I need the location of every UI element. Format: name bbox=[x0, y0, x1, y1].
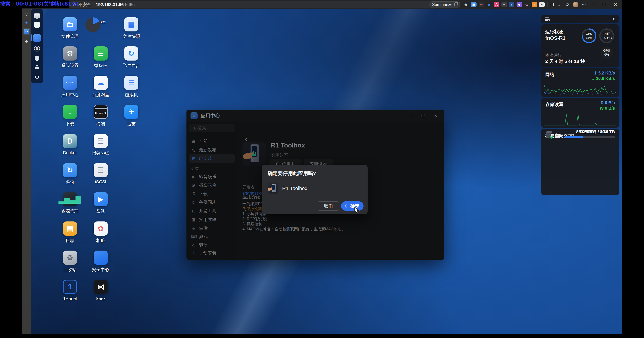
sidebar-item[interactable]: ⌨游戏 bbox=[189, 232, 235, 241]
sidebar-item[interactable]: ↻备份同步 bbox=[189, 198, 235, 207]
window-maximize-button[interactable] bbox=[418, 113, 428, 118]
transfer-status-icon[interactable]: ⇅ bbox=[34, 46, 40, 52]
app-tile-icon[interactable]: ▤ bbox=[63, 222, 77, 236]
volume-row[interactable]: 存储空间3 5.27 TB / 14.41 TB bbox=[545, 129, 615, 144]
desktop-app[interactable]: ↻ 备份 bbox=[55, 163, 85, 185]
sidebar-item[interactable]: ▦全部 bbox=[189, 137, 235, 146]
desktop-app[interactable]: ▤ 文件快照 bbox=[116, 17, 146, 39]
collections-icon[interactable]: ☆ bbox=[556, 2, 562, 7]
app-tile-icon[interactable]: 1 bbox=[63, 280, 77, 294]
app-tile-icon[interactable]: ▶ bbox=[94, 192, 108, 206]
dock-app-center-active[interactable] bbox=[33, 34, 41, 42]
app-tile-icon[interactable]: STORE bbox=[63, 76, 77, 90]
new-tab-button[interactable]: + bbox=[25, 39, 28, 44]
extension-icon[interactable]: ω bbox=[524, 2, 530, 7]
app-tile-icon[interactable]: ✿ bbox=[94, 222, 108, 236]
desktop-view-icon[interactable] bbox=[34, 14, 40, 18]
widget-filter-icon[interactable] bbox=[545, 18, 549, 21]
active-tab-fnos[interactable] bbox=[23, 28, 30, 35]
favorites-star-icon[interactable]: ★ bbox=[463, 2, 468, 7]
collapse-tabs-icon[interactable]: ∨ bbox=[25, 12, 28, 17]
cancel-button[interactable]: 取消 bbox=[318, 201, 339, 211]
desktop-app[interactable]: ✿ 相册 bbox=[86, 222, 116, 244]
app-tile-icon[interactable]: ↻ bbox=[63, 163, 77, 177]
history-icon[interactable]: ↺ bbox=[564, 2, 570, 7]
desktop-app[interactable]: FntermX 终端 bbox=[86, 105, 116, 127]
extension-icon[interactable]: ▣ bbox=[471, 2, 476, 7]
address-bar[interactable]: ⚠ 不安全 192.168.31.96 :5666 bbox=[68, 1, 435, 8]
desktop-app[interactable]: STORE 应用中心 bbox=[55, 76, 85, 98]
desktop-app[interactable]: ⋈ Seek bbox=[86, 280, 116, 301]
collapse-panel-icon[interactable]: « bbox=[611, 18, 616, 20]
extension-icon[interactable]: ◆ bbox=[486, 2, 492, 7]
extension-icon[interactable]: ● bbox=[532, 2, 537, 7]
app-tile-icon[interactable] bbox=[86, 17, 100, 32]
app-tile-icon[interactable]: ▤ bbox=[124, 17, 138, 32]
desktop-app[interactable]: 🗀 文件管理 bbox=[55, 17, 85, 39]
window-close-button[interactable]: ✕ bbox=[431, 113, 440, 118]
desktop-app[interactable]: ▶ 影视 bbox=[86, 192, 116, 214]
desktop-app[interactable]: ♻ 回收站 bbox=[55, 250, 85, 272]
extension-icon[interactable]: ∞ bbox=[502, 2, 507, 7]
search-input[interactable] bbox=[197, 125, 231, 131]
app-tile-icon[interactable]: ☁ bbox=[94, 76, 108, 90]
sidebar-item-manual-install[interactable]: ↥手动安装 bbox=[189, 249, 235, 257]
desktop-app[interactable]: Fluxor bbox=[86, 17, 116, 24]
desktop-app[interactable]: 1 1Panel bbox=[55, 280, 85, 301]
browser-close-button[interactable]: ✕ bbox=[611, 2, 620, 8]
confirm-button[interactable]: 确定 bbox=[341, 201, 364, 211]
desktop-app[interactable]: ↻ 飞牛同步 bbox=[116, 46, 146, 68]
app-tile-icon[interactable]: ↻ bbox=[124, 46, 138, 60]
desktop-app[interactable]: ▤ 日志 bbox=[55, 222, 85, 244]
app-tile-icon[interactable]: ☰ bbox=[94, 46, 108, 60]
app-grid-icon[interactable] bbox=[34, 22, 40, 28]
window-titlebar[interactable]: STORE 应用中心 – ✕ bbox=[186, 110, 444, 122]
desktop-app[interactable]: 安全中心 bbox=[86, 250, 116, 272]
app-tile-icon[interactable]: D bbox=[63, 134, 77, 148]
notifications-bell-icon[interactable] bbox=[35, 56, 39, 60]
desktop-app[interactable]: ☰ 虚拟机 bbox=[116, 76, 146, 98]
browser-maximize-button[interactable] bbox=[600, 2, 608, 8]
profile-avatar[interactable] bbox=[573, 2, 578, 8]
app-tile-icon[interactable]: ☰ bbox=[124, 76, 138, 90]
browser-minimize-button[interactable]: – bbox=[589, 2, 598, 8]
settings-gear-icon[interactable]: ⚙ bbox=[35, 74, 40, 80]
sidebar-item[interactable]: ⊡开发工具 bbox=[189, 207, 235, 215]
summarize-button[interactable]: Summarize bbox=[429, 1, 460, 8]
desktop-app[interactable]: D Docker bbox=[55, 134, 85, 156]
extension-icon[interactable]: ∞ bbox=[479, 2, 484, 7]
extension-icon[interactable]: A bbox=[494, 2, 499, 7]
desktop-app[interactable]: ⚙ 系统设置 bbox=[55, 46, 85, 68]
app-tile-icon[interactable]: ⚙ bbox=[63, 46, 77, 60]
sidebar-item[interactable]: ▶影音娱乐 bbox=[189, 172, 235, 181]
back-button[interactable]: ‹ bbox=[245, 135, 248, 143]
app-tile-icon[interactable]: ☰ bbox=[94, 134, 108, 148]
sidebar-item[interactable]: ☕生活 bbox=[189, 224, 235, 232]
extension-icon[interactable]: ~ bbox=[539, 2, 545, 7]
sidebar-item[interactable]: ↧下载 bbox=[189, 190, 235, 198]
app-tile-icon[interactable]: ⋈ bbox=[94, 280, 108, 294]
desktop-app[interactable]: ↓ 下载 bbox=[55, 105, 85, 127]
window-minimize-button[interactable]: – bbox=[406, 113, 416, 118]
app-tile-icon[interactable]: ▂▅▃▇ bbox=[63, 192, 77, 206]
sidebar-item[interactable]: ◉摄影录像 bbox=[189, 181, 235, 190]
app-tile-icon[interactable]: ✈ bbox=[124, 105, 138, 119]
extension-icon[interactable]: ◆ bbox=[516, 2, 522, 7]
app-tile-icon[interactable]: ↓ bbox=[63, 105, 77, 119]
sidebar-item[interactable]: ▣实用效率 bbox=[189, 215, 235, 224]
sidebar-item[interactable]: ⊞已安装 bbox=[189, 154, 235, 163]
app-tile-icon[interactable]: ☰ bbox=[94, 163, 108, 177]
split-screen-icon[interactable] bbox=[550, 3, 554, 6]
desktop-app[interactable]: ☰ 微备份 bbox=[86, 46, 116, 68]
desktop-app[interactable]: ☰ 指尖NAS bbox=[86, 134, 116, 156]
tab-favicon-gem[interactable]: ◆ bbox=[26, 20, 28, 24]
app-tile-icon[interactable]: 🗀 bbox=[63, 17, 77, 32]
desktop-app[interactable]: ▂▅▃▇ 资源管理 bbox=[55, 192, 85, 214]
desktop-app[interactable]: ✈ 迅雷 bbox=[116, 105, 146, 127]
sidebar-item[interactable]: ◇驱动 bbox=[189, 241, 235, 250]
sidebar-item[interactable]: ◷最新发布 bbox=[189, 146, 235, 154]
extension-icon[interactable]: ● bbox=[509, 2, 514, 7]
browser-menu-icon[interactable]: ⋯ bbox=[581, 2, 587, 7]
desktop-app[interactable]: ☁ 百度网盘 bbox=[86, 76, 116, 98]
security-label[interactable]: 不安全 bbox=[78, 2, 92, 8]
